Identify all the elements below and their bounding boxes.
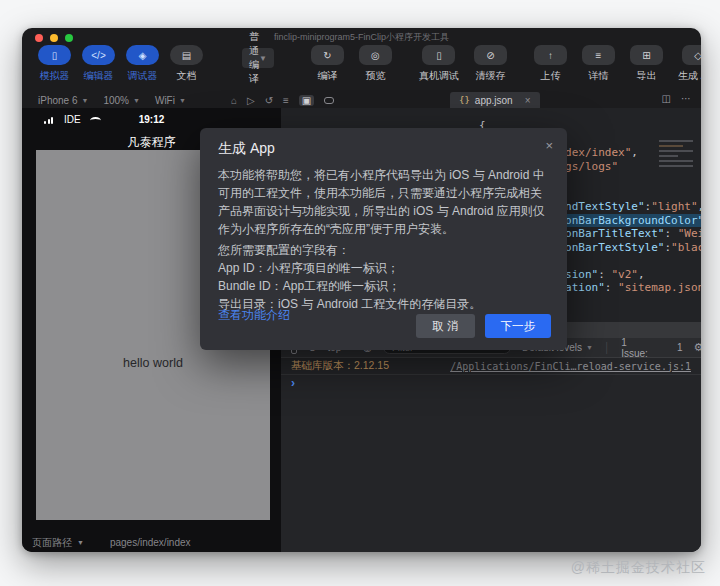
toolbar-button-label: 真机调试	[419, 69, 459, 83]
dialog-intro-text: 本功能将帮助您，将已有小程序代码导出为 iOS 与 Android 中可用的工程…	[218, 166, 551, 238]
dialog-title: 生成 App	[218, 140, 275, 158]
toolbar-button-label: 编辑器	[84, 69, 114, 83]
console-log-row: 基础库版本：2.12.15 /Applications/FinCli…reloa…	[281, 358, 701, 375]
generate-app-icon: ◇	[682, 45, 701, 65]
network-value: WiFi	[155, 95, 175, 106]
home-icon[interactable]: ⌂	[231, 95, 237, 106]
scale-select[interactable]: 100% ▼	[103, 95, 140, 106]
clear-cache-icon: ⊘	[474, 45, 507, 65]
network-select[interactable]: WiFi ▼	[155, 95, 186, 106]
dialog-buttons: 取 消 下一步	[416, 314, 551, 338]
toolbar-button-label: 导出	[636, 69, 656, 83]
chevron-down-icon: ▼	[259, 54, 267, 63]
issues-label[interactable]: 1 Issue:	[621, 337, 648, 359]
toolbar-button-label: 清缓存	[475, 69, 505, 83]
tab-close-icon[interactable]: ×	[525, 95, 531, 106]
export-icon: ⊞	[630, 45, 663, 65]
toolbar-button-clear-cache[interactable]: ⊘清缓存	[474, 45, 507, 83]
details-icon: ≡	[582, 45, 615, 65]
compile-mode-dropdown[interactable]: 普通编译 ▼	[242, 48, 274, 68]
toolbar-button-debugger[interactable]: ◈调试器	[126, 45, 159, 83]
refresh-icon[interactable]: ↺	[265, 95, 273, 106]
page-path-value: pages/index/index	[110, 537, 191, 548]
title-bar: finclip-miniprogram5-FinClip小程序开发工具	[22, 28, 701, 42]
console-settings-icon[interactable]: ⚙	[693, 341, 701, 354]
toolbar-button-label: 生成 App	[678, 69, 701, 83]
log-source-link[interactable]: /Applications/FinCli…reload-service.js:1	[450, 361, 691, 372]
issues-count: 1	[677, 342, 683, 353]
toolbar-button-label: 模拟器	[40, 69, 70, 83]
carrier-label: IDE	[64, 114, 81, 125]
editor-tab-appjson[interactable]: {} app.json ×	[450, 92, 540, 108]
sub-toolbar: iPhone 6 ▼ 100% ▼ WiFi ▼ ⌂▷↺≡▣ {} app.js…	[22, 92, 701, 108]
preview-icon: ◎	[359, 45, 392, 65]
tab-label: app.json	[475, 95, 513, 106]
rotate-icon[interactable]: ▷	[247, 95, 255, 106]
wifi-icon	[90, 117, 101, 124]
docs-icon: ▤	[170, 45, 203, 65]
page-path-label[interactable]: 页面路径	[32, 536, 72, 550]
compile-icon: ↻	[311, 45, 344, 65]
toolbar-left-group: ▯模拟器</>编辑器◈调试器▤文档	[38, 45, 214, 83]
device-select[interactable]: iPhone 6 ▼	[38, 95, 88, 106]
dialog-close-icon[interactable]: ×	[545, 138, 553, 153]
simulator-icon: ▯	[38, 45, 71, 65]
next-step-button[interactable]: 下一步	[485, 314, 552, 338]
toolbar-actions-group: ↻编译◎预览▯真机调试⊘清缓存↑上传≡详情⊞导出◇生成 App	[296, 45, 701, 83]
toolbar-button-generate-app[interactable]: ◇生成 App	[678, 45, 701, 83]
watermark: @稀土掘金技术社区	[571, 559, 706, 577]
compile-mode-value: 普通编译	[249, 30, 259, 86]
device-value: iPhone 6	[38, 95, 77, 106]
divider: │	[604, 342, 610, 353]
toolbar-button-label: 文档	[177, 69, 197, 83]
toolbar-button-docs[interactable]: ▤文档	[170, 45, 203, 83]
toolbar-button-preview[interactable]: ◎预览	[359, 45, 392, 83]
list-icon[interactable]: ≡	[283, 95, 289, 106]
toolbar-button-export[interactable]: ⊞导出	[630, 45, 663, 83]
phone-clock: 19:12	[139, 114, 165, 125]
more-options-icon[interactable]: ⋯	[681, 93, 691, 104]
editor-layout-controls: ◫ ⋯	[662, 93, 691, 104]
toolbar-button-upload[interactable]: ↑上传	[534, 45, 567, 83]
toolbar-button-label: 调试器	[128, 69, 158, 83]
debug-console: ▤ 视图日志网络存储编译日志Mock ▸ ⊘ top ▼ ◉ Default l…	[281, 322, 701, 552]
toolbar-button-label: 上传	[540, 69, 560, 83]
page-path-bar: 页面路径 ▼ pages/index/index	[22, 534, 281, 551]
json-file-icon: {}	[459, 95, 470, 105]
toolbar-button-compile[interactable]: ↻编译	[311, 45, 344, 83]
toolbar-button-simulator[interactable]: ▯模拟器	[38, 45, 71, 83]
chevron-down-icon: ▼	[81, 97, 88, 104]
toolbar-button-label: 详情	[588, 69, 608, 83]
chevron-down-icon: ▼	[179, 97, 186, 104]
upload-icon: ↑	[534, 45, 567, 65]
screenshot-icon[interactable]: ▣	[299, 95, 314, 106]
chevron-down-icon: ▼	[133, 97, 140, 104]
main-toolbar: ▯模拟器</>编辑器◈调试器▤文档 普通编译 ▼ ↻编译◎预览▯真机调试⊘清缓存…	[22, 42, 701, 92]
fields-title: 您所需要配置的字段有：	[218, 241, 551, 259]
field-line: App ID：小程序项目的唯一标识；	[218, 259, 551, 277]
simulator-tools-strip: ⌂▷↺≡▣	[231, 95, 334, 106]
generate-app-dialog: 生成 App × 本功能将帮助您，将已有小程序代码导出为 iOS 与 Andro…	[200, 128, 567, 350]
debugger-icon: ◈	[126, 45, 159, 65]
fields-list: App ID：小程序项目的唯一标识；Bundle ID：App工程的唯一标识；导…	[218, 259, 551, 313]
toolbar-button-editor[interactable]: </>编辑器	[82, 45, 115, 83]
app-window: finclip-miniprogram5-FinClip小程序开发工具 ▯模拟器…	[22, 28, 701, 552]
prompt-chevron-icon: ›	[291, 376, 295, 390]
split-editor-icon[interactable]: ◫	[662, 93, 671, 104]
toolbar-button-label: 编译	[317, 69, 337, 83]
field-line: Bundle ID：App工程的唯一标识；	[218, 277, 551, 295]
console-prompt-row[interactable]: ›	[281, 375, 701, 391]
signal-bars-icon	[44, 117, 53, 124]
toolbar-button-device-debug[interactable]: ▯真机调试	[419, 45, 459, 83]
feedback-icon[interactable]	[324, 97, 334, 104]
dialog-fields-block: 您所需要配置的字段有： App ID：小程序项目的唯一标识；Bundle ID：…	[218, 241, 551, 313]
cancel-button[interactable]: 取 消	[416, 314, 474, 338]
chevron-down-icon: ▼	[586, 344, 593, 351]
toolbar-button-details[interactable]: ≡详情	[582, 45, 615, 83]
toolbar-button-label: 预览	[365, 69, 385, 83]
scale-value: 100%	[103, 95, 129, 106]
device-debug-icon: ▯	[422, 45, 455, 65]
feature-intro-link[interactable]: 查看功能介绍	[218, 307, 290, 324]
chevron-down-icon: ▼	[77, 539, 84, 546]
editor-icon: </>	[82, 45, 115, 65]
